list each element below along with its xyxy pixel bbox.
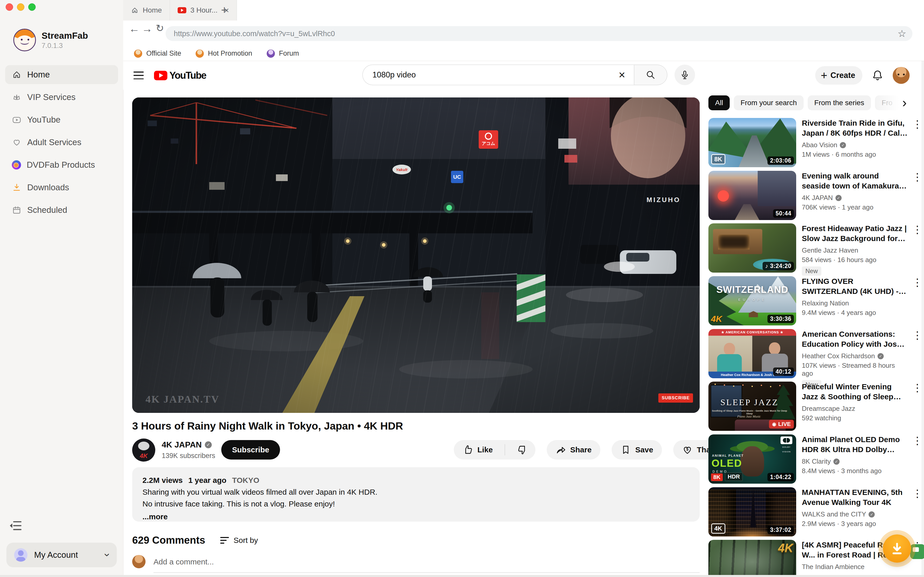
video-title[interactable]: MANHATTAN EVENING, 5th Avenue Walking To… <box>802 487 908 507</box>
sidebar-item-adult-services[interactable]: Adult Services <box>5 133 118 152</box>
video-title[interactable]: American Conversations: Education Policy… <box>802 329 908 349</box>
more-options-icon[interactable]: ⋮ <box>912 118 922 130</box>
list-item[interactable]: SWITZERLAND EUROPE 4K 3:30:36 FLYING OVE… <box>708 276 924 327</box>
channel-name[interactable]: The Indian Ambience <box>802 563 908 571</box>
video-thumbnail[interactable]: 50:44 <box>708 171 796 220</box>
channel-name[interactable]: 4K JAPAN ✓ <box>162 440 212 450</box>
video-title[interactable]: Peaceful Winter Evening Jazz & Soothing … <box>802 382 908 401</box>
close-window-button[interactable] <box>6 3 13 11</box>
video-thumbnail[interactable]: 8K 2:03:06 <box>708 118 796 167</box>
bookmark-star-icon[interactable]: ☆ <box>898 28 906 39</box>
download-fab[interactable] <box>883 534 911 562</box>
more-options-icon[interactable]: ⋮ <box>912 382 922 393</box>
window-bottom-edge <box>0 575 924 577</box>
hidden-app-icon <box>910 544 924 559</box>
url-bar[interactable]: ☆ <box>166 26 913 41</box>
menu-hamburger-icon[interactable] <box>134 71 144 79</box>
profile-avatar[interactable] <box>893 67 909 84</box>
subscribe-overlay-button[interactable]: SUBSCRIBE <box>658 393 693 403</box>
description-box[interactable]: 2.2M views 1 year ago TOKYO Sharing with… <box>132 467 699 522</box>
channel-name[interactable]: Gentle Jazz Haven <box>802 247 908 255</box>
video-thumbnail[interactable]: ♪ 3:24:20 <box>708 223 796 272</box>
like-button[interactable]: Like <box>454 440 501 459</box>
reload-button[interactable]: ↻ <box>153 23 166 34</box>
clear-search-icon[interactable]: × <box>615 68 629 81</box>
more-options-icon[interactable]: ⋮ <box>912 224 922 235</box>
list-item[interactable]: 8K 2:03:06 Riverside Train Ride in Gifu,… <box>708 118 924 169</box>
show-more-link[interactable]: ...more <box>142 513 690 521</box>
search-box[interactable]: × <box>362 64 634 85</box>
sidebar-item-downloads[interactable]: Downloads <box>5 178 118 197</box>
channel-name[interactable]: WALKS and the CITY✓ <box>802 510 908 518</box>
app-version: 7.0.1.3 <box>42 42 88 50</box>
video-title[interactable]: Forest Hideaway Patio Jazz | Slow Jazz B… <box>802 223 908 243</box>
video-player[interactable]: アコム UC MIZUHO Yakult 4K JAPAN.TV SUBSCRI… <box>132 97 699 413</box>
save-button[interactable]: Save <box>612 440 662 459</box>
sidebar-item-home[interactable]: Home <box>5 65 118 84</box>
create-button[interactable]: + Create <box>815 66 863 85</box>
channel-name[interactable]: Heather Cox Richardson✓ <box>802 352 908 360</box>
video-meta: 584 views · 16 hours ago <box>802 256 908 264</box>
chip-from-the-series[interactable]: From the series <box>808 95 871 110</box>
more-options-icon[interactable]: ⋮ <box>912 330 922 341</box>
video-thumbnail[interactable]: SLEEP JAZZ Soothing of Sleep Jazz Piano … <box>708 382 796 431</box>
sidebar-item-scheduled[interactable]: Scheduled <box>5 201 118 219</box>
more-options-icon[interactable]: ⋮ <box>912 488 922 499</box>
list-item[interactable]: ♪ 3:24:20 Forest Hideaway Patio Jazz | S… <box>708 223 924 275</box>
sidebar-item-vip-services[interactable]: VIP Services <box>5 88 118 107</box>
chip-all[interactable]: All <box>708 95 730 110</box>
subscribe-button[interactable]: Subscribe <box>221 440 280 459</box>
channel-avatar[interactable]: 4K <box>132 438 155 462</box>
channel-name[interactable]: Dreamscape Jazz <box>802 405 908 413</box>
video-title[interactable]: FLYING OVER SWITZERLAND (4K UHD) - Relax… <box>802 276 908 296</box>
sidebar-item-dvdfab-products[interactable]: DVDFab Products <box>5 155 118 174</box>
list-item[interactable]: SLEEP JAZZ Soothing of Sleep Jazz Piano … <box>708 382 924 433</box>
youtube-logo[interactable]: YouTube <box>154 70 206 81</box>
video-title[interactable]: Animal Planet OLED Demo HDR 8K Ultra HD … <box>802 434 908 455</box>
hashtag[interactable]: TOKYO <box>232 476 259 485</box>
sidebar-item-youtube[interactable]: YouTube <box>5 110 118 129</box>
list-item[interactable]: ★ AMERICAN CONVERSATIONS ★ Heather Cox R… <box>708 329 924 380</box>
chips-scroll-chevron[interactable]: › <box>896 94 913 111</box>
share-button[interactable]: Share <box>547 440 600 459</box>
search-input[interactable] <box>372 70 615 80</box>
more-options-icon[interactable]: ⋮ <box>912 435 922 446</box>
video-thumbnail[interactable]: 4K 3:37:02 <box>708 487 796 537</box>
my-account-button[interactable]: My Account › <box>6 543 117 567</box>
video-title[interactable]: Evening walk around seaside town of Kama… <box>802 171 908 191</box>
video-thumbnail[interactable]: ANIMAL PLANET OLED DEMO 8K HDR DOLBY VIS… <box>708 434 796 484</box>
forward-button[interactable]: → <box>141 23 153 35</box>
video-thumbnail[interactable]: ★ AMERICAN CONVERSATIONS ★ Heather Cox R… <box>708 329 796 378</box>
channel-name[interactable]: 4K JAPAN✓ <box>802 194 908 202</box>
bookmark-hot-promotion[interactable]: Hot Promotion <box>195 50 252 58</box>
list-item[interactable]: 4K 3:37:02 MANHATTAN EVENING, 5th Avenue… <box>708 487 924 538</box>
list-item[interactable]: 50:44 Evening walk around seaside town o… <box>708 171 924 222</box>
url-input[interactable] <box>173 29 898 38</box>
tab-home[interactable]: Home <box>123 0 170 21</box>
channel-name[interactable]: Abao Vision✓ <box>802 141 908 149</box>
scrollbar-track[interactable] <box>921 61 924 575</box>
search-button[interactable] <box>634 64 667 85</box>
back-button[interactable]: ← <box>128 23 141 35</box>
minimize-window-button[interactable] <box>17 3 24 11</box>
chip-from-your-search[interactable]: From your search <box>734 95 803 110</box>
list-item[interactable]: ANIMAL PLANET OLED DEMO 8K HDR DOLBY VIS… <box>708 434 924 486</box>
channel-name[interactable]: 8K Clarity✓ <box>802 458 908 466</box>
dislike-button[interactable] <box>509 440 535 459</box>
notifications-bell-icon[interactable] <box>872 69 884 81</box>
video-thumbnail[interactable]: SWITZERLAND EUROPE 4K 3:30:36 <box>708 276 796 326</box>
bookmark-official-site[interactable]: Official Site <box>134 50 181 58</box>
channel-name[interactable]: Relaxing Nation <box>802 299 908 307</box>
more-options-icon[interactable]: ⋮ <box>912 171 922 182</box>
video-thumbnail[interactable]: 4K <box>708 540 796 577</box>
collapse-sidebar-button[interactable] <box>9 519 23 531</box>
video-title[interactable]: Riverside Train Ride in Gifu, Japan / 8K… <box>802 118 908 138</box>
sort-by-button[interactable]: Sort by <box>220 536 258 545</box>
zoom-window-button[interactable] <box>28 3 36 11</box>
voice-search-button[interactable] <box>675 64 695 85</box>
more-options-icon[interactable]: ⋮ <box>912 277 922 288</box>
bookmark-forum[interactable]: Forum <box>267 50 299 58</box>
new-tab-button[interactable]: + <box>218 3 231 17</box>
like-dislike-pill: Like <box>454 440 535 459</box>
add-comment-input[interactable]: Add a comment... <box>153 558 214 566</box>
